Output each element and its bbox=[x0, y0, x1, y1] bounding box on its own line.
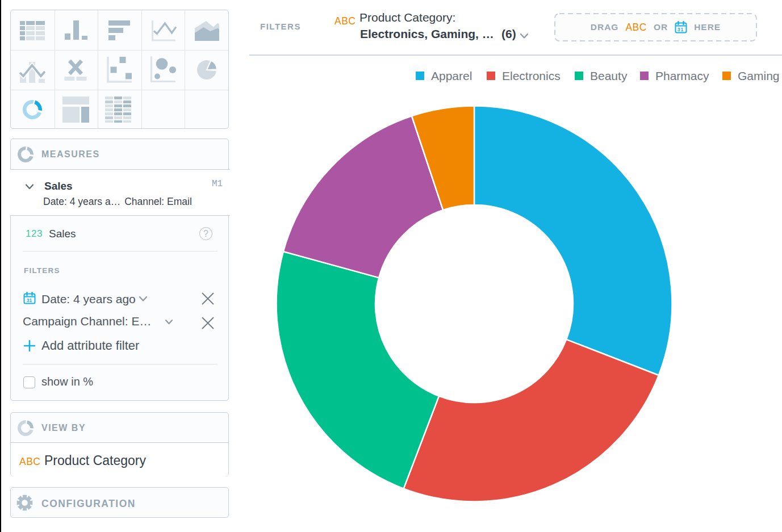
svg-text:31: 31 bbox=[27, 298, 32, 303]
svg-text:31: 31 bbox=[678, 27, 684, 32]
